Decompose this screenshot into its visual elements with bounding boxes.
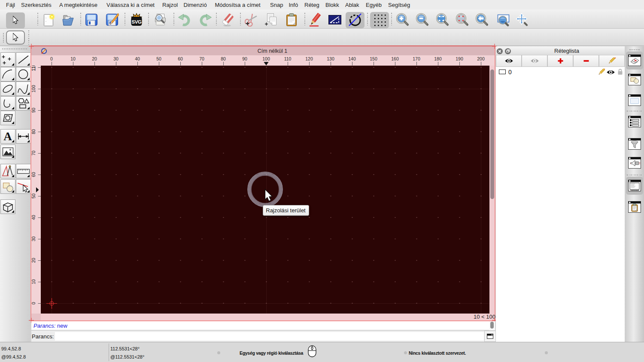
svg-text:90: 90 (242, 56, 247, 61)
svg-text:110: 110 (31, 66, 36, 71)
svg-text:80: 80 (31, 129, 36, 134)
svg-text:30: 30 (113, 56, 118, 61)
svg-text:110: 110 (284, 56, 292, 61)
svg-text:0: 0 (31, 302, 36, 305)
svg-text:A: A (3, 130, 12, 143)
svg-text:20: 20 (31, 258, 36, 263)
svg-text:170: 170 (413, 56, 420, 61)
svg-text:160: 160 (391, 56, 399, 61)
svg-text:command: command (631, 189, 639, 191)
svg-text:50: 50 (31, 193, 36, 199)
svg-text:80: 80 (221, 56, 226, 61)
svg-text:190: 190 (456, 56, 463, 61)
svg-text:180: 180 (434, 56, 442, 61)
svg-text:120: 120 (305, 56, 313, 61)
svg-text:60: 60 (178, 56, 183, 61)
svg-text:50: 50 (156, 56, 161, 61)
svg-text:100: 100 (31, 85, 36, 93)
svg-text:20: 20 (92, 56, 97, 61)
svg-text:130: 130 (327, 56, 334, 61)
svg-text:40: 40 (135, 56, 140, 61)
svg-text:140: 140 (348, 56, 356, 61)
svg-text:70: 70 (199, 56, 204, 61)
svg-text:SVG: SVG (132, 19, 142, 24)
svg-text:10: 10 (31, 279, 36, 284)
svg-text:10: 10 (70, 56, 76, 61)
svg-text:90: 90 (31, 108, 36, 113)
svg-text:60: 60 (31, 172, 36, 177)
svg-text:0: 0 (50, 56, 53, 61)
svg-text:150: 150 (370, 56, 377, 61)
svg-text:200: 200 (477, 56, 485, 61)
svg-text:30: 30 (31, 236, 36, 241)
svg-text:70: 70 (31, 151, 36, 156)
svg-text:40: 40 (31, 215, 36, 220)
svg-text:100: 100 (262, 56, 270, 61)
